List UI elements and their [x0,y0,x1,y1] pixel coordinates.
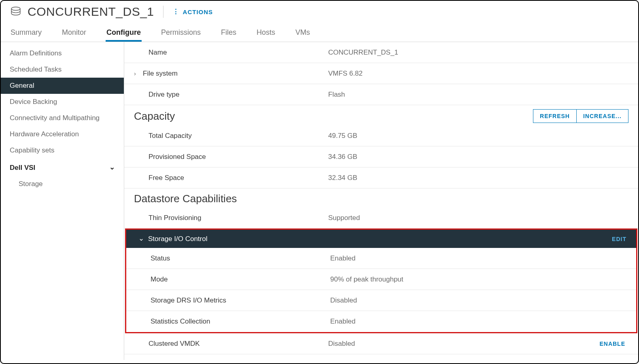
divider [163,6,163,18]
sidebar-item-general[interactable]: General [1,78,124,94]
chevron-down-icon: ⌄ [109,163,115,171]
tab-configure[interactable]: Configure [106,24,142,42]
prop-row-sioc-status: Status Enabled [126,248,636,269]
svg-point-0 [11,7,20,10]
prop-value: Disabled [328,340,599,348]
main-panel: Name CONCURRENT_DS_1 ›File system VMFS 6… [124,42,638,360]
prop-row-free-space: Free Space 32.34 GB [124,167,638,188]
prop-label: Name [134,49,328,57]
tab-permissions[interactable]: Permissions [160,24,202,42]
datastore-icon [10,6,22,18]
prop-value: VMFS 6.82 [328,70,628,78]
edit-button[interactable]: EDIT [612,236,626,242]
sidebar-group-dell-vsi[interactable]: Dell VSI ⌄ [1,159,124,176]
prop-label: Total Capacity [134,132,328,140]
enable-button[interactable]: ENABLE [599,341,628,347]
actions-label: ACTIONS [183,8,213,15]
increase-button[interactable]: INCREASE... [577,109,628,123]
tab-files[interactable]: Files [220,24,237,42]
prop-value: Disabled [330,296,626,305]
prop-label: Clustered VMDK [134,340,328,348]
storage-io-control-highlight: ⌄ Storage I/O Control EDIT Status Enable… [125,229,637,333]
prop-label: Storage DRS I/O Metrics [136,296,330,305]
prop-value: Enabled [330,317,626,326]
prop-label: Thin Provisioning [134,214,328,222]
prop-label: Status [136,254,330,262]
sidebar: Alarm Definitions Scheduled Tasks Genera… [1,42,124,360]
prop-value: 49.75 GB [328,132,628,140]
section-header-capacity: Capacity REFRESH INCREASE... [124,105,638,125]
prop-label: ›File system [134,70,328,78]
prop-row-file-system[interactable]: ›File system VMFS 6.82 [124,63,638,84]
prop-label: Mode [136,275,330,284]
prop-value: 32.34 GB [328,174,628,182]
sidebar-item-hardware-acceleration[interactable]: Hardware Acceleration [1,126,124,142]
prop-label: Provisioned Space [134,153,328,161]
page-title: CONCURRENT_DS_1 [28,5,154,19]
tab-summary[interactable]: Summary [10,24,42,42]
sidebar-group-label: Dell VSI [10,164,35,172]
prop-value: Flash [328,91,628,99]
prop-row-drive-type: Drive type Flash [124,84,638,105]
prop-row-sioc-stats: Statistics Collection Enabled [126,311,636,332]
prop-label: Drive type [134,91,328,99]
prop-row-sioc-drs: Storage DRS I/O Metrics Disabled [126,290,636,311]
sidebar-item-scheduled-tasks[interactable]: Scheduled Tasks [1,61,124,78]
prop-row-name: Name CONCURRENT_DS_1 [124,42,638,63]
sidebar-item-connectivity-multipathing[interactable]: Connectivity and Multipathing [1,110,124,126]
prop-value: 90% of peak throughput [330,275,626,284]
sioc-header-label: Storage I/O Control [148,235,207,243]
prop-value: Supported [328,214,628,222]
kebab-icon: ⋮ [172,10,180,13]
content: Alarm Definitions Scheduled Tasks Genera… [1,42,638,360]
prop-label: Statistics Collection [136,317,330,326]
section-title: Datastore Capabilities [134,193,237,205]
sidebar-item-alarm-definitions[interactable]: Alarm Definitions [1,45,124,61]
section-title: Capacity [134,110,175,123]
section-header-capabilities: Datastore Capabilities [124,188,638,207]
tab-hosts[interactable]: Hosts [256,24,276,42]
prop-row-total-capacity: Total Capacity 49.75 GB [124,125,638,146]
prop-row-provisioned-space: Provisioned Space 34.36 GB [124,146,638,167]
refresh-button[interactable]: REFRESH [533,109,577,123]
page-header: CONCURRENT_DS_1 ⋮ ACTIONS [1,1,638,21]
chevron-right-icon: › [134,70,139,77]
prop-label: Free Space [134,174,328,182]
prop-value: 34.36 GB [328,153,628,161]
sidebar-item-storage[interactable]: Storage [1,176,124,192]
row-storage-io-control[interactable]: ⌄ Storage I/O Control EDIT [126,230,636,248]
sidebar-item-device-backing[interactable]: Device Backing [1,94,124,110]
tab-bar: Summary Monitor Configure Permissions Fi… [1,21,638,42]
prop-row-clustered-vmdk: Clustered VMDK Disabled ENABLE [124,333,638,354]
prop-value: Enabled [330,254,626,262]
prop-row-thin-provisioning: Thin Provisioning Supported [124,207,638,229]
prop-value: CONCURRENT_DS_1 [328,49,628,57]
sidebar-item-capability-sets[interactable]: Capability sets [1,142,124,159]
prop-row-sioc-mode: Mode 90% of peak throughput [126,269,636,290]
tab-monitor[interactable]: Monitor [61,24,87,42]
actions-menu-button[interactable]: ⋮ ACTIONS [172,8,213,15]
capacity-buttons: REFRESH INCREASE... [533,109,628,123]
tab-vms[interactable]: VMs [295,24,311,42]
chevron-down-icon: ⌄ [138,234,144,243]
